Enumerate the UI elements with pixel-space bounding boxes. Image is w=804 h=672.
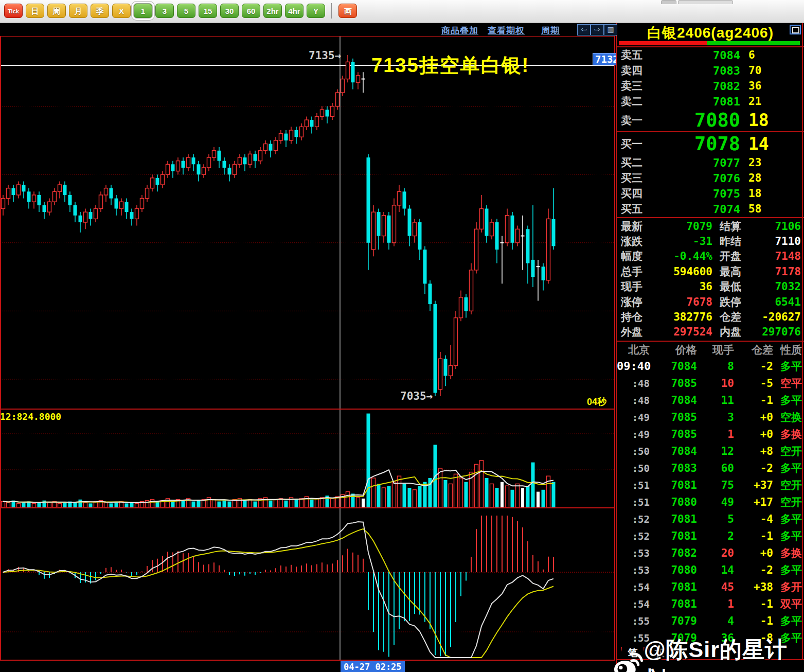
tick-oi-change: -1 [734,530,773,542]
period-button-月[interactable]: 月 [69,4,87,18]
period-button-X[interactable]: X [112,4,131,18]
stat-value: 7148 [753,250,804,262]
menu-link-3[interactable]: 周期 [541,25,560,37]
tick-row[interactable]: :4970851+0多换 [617,426,804,443]
window-tab-sliver[interactable] [678,0,733,4]
crosshair-time-tag: 04-27 02:25 [341,661,405,672]
tick-row[interactable]: :54708145+38多开 [617,578,804,595]
period-button-4hr[interactable]: 4hr [285,4,303,18]
back-arrow-icon[interactable]: ⇦ [577,24,591,36]
tick-row[interactable]: :53708220+0多换 [617,544,804,561]
period-button-15[interactable]: 15 [199,4,217,18]
tick-nature: 空换 [773,410,804,425]
tick-nature: 空开 [773,478,804,492]
period-button-1[interactable]: 1 [134,4,152,18]
stat-label: 涨跌 [617,234,655,249]
menu-link-2[interactable]: 查看期权 [488,25,525,37]
tick-price: 7081 [650,530,697,542]
period-button-3[interactable]: 3 [155,4,174,18]
ask-level-row[interactable]: 卖一708018 [617,109,804,131]
window-tab-sliver[interactable] [661,0,676,4]
period-button-Y[interactable]: Y [307,4,325,18]
tick-time: :48 [617,395,650,406]
period-button-日[interactable]: 日 [26,4,44,18]
tick-row[interactable]: :51708049+17空开 [617,493,804,510]
bid-level-row[interactable]: 买三707628 [617,170,804,186]
tick-time: :50 [617,463,650,474]
period-button-30[interactable]: 30 [220,4,239,18]
tick-row[interactable]: :51708175+37空开 [617,476,804,493]
bid-level-row[interactable]: 买二707723 [617,155,804,170]
bid-price: 7077 [658,156,740,169]
stat-value: -20627 [753,311,804,323]
buy-sell-strength-bar [619,41,800,45]
stat-label: 总手 [617,264,655,279]
period-button-画[interactable]: 画 [338,4,357,18]
tick-volume: 4 [697,615,734,627]
tick-nature: 双平 [773,597,804,611]
ask-level-row[interactable]: 卖二708121 [617,94,804,109]
tick-oi-change: -2 [734,462,773,474]
tick-row[interactable]: :4970853+0空换 [617,409,804,426]
bid-level-row[interactable]: 买五707458 [617,201,804,217]
toolbar-separator [331,3,332,19]
tick-row[interactable]: :5270812-1多平 [617,527,804,544]
bid-level-row[interactable]: 买一707814 [617,133,804,155]
period-button-季[interactable]: 季 [91,4,109,18]
forward-arrow-icon[interactable]: ⇨ [591,24,604,36]
tick-row[interactable]: :5470811-1双平 [617,595,804,612]
ask-level-row[interactable]: 卖三708236 [617,78,804,94]
restore-window-icon[interactable] [790,25,801,34]
stat-value: 297076 [753,326,804,338]
bid-level-row[interactable]: 买四707518 [617,186,804,201]
sell-strength-segment [619,41,707,45]
ask-level-label: 卖五 [617,48,658,62]
chart-canvas[interactable] [0,0,615,672]
tick-header-1: 北京 [617,343,650,357]
stat-row: 涨停7678跌停6541 [617,294,804,309]
stat-label: 昨结 [712,234,753,249]
low-price-label: 7035→ [400,390,433,402]
stat-label: 涨停 [617,295,655,309]
tick-time: :52 [617,514,650,525]
period-button-5[interactable]: 5 [177,4,195,18]
period-button-周[interactable]: 周 [47,4,66,18]
tick-price: 7083 [650,462,697,474]
period-button-60[interactable]: 60 [242,4,260,18]
tick-oi-change: +37 [734,479,773,491]
period-button-Tick[interactable]: Tick [4,4,23,18]
tick-row[interactable]: :50708412+8空开 [617,443,804,459]
tick-row[interactable]: :50708360-2多平 [617,459,804,476]
stat-label: 现手 [617,279,655,294]
stat-label: 开盘 [712,249,753,263]
tick-row[interactable]: :53708014-2多平 [617,561,804,578]
ask-level-row[interactable]: 卖四708370 [617,63,804,78]
tick-row[interactable]: :48708510-5空平 [617,375,804,392]
tick-time: :51 [617,497,650,508]
tick-row[interactable]: :5270815-4多平 [617,510,804,527]
split-window-icon[interactable]: ▥ [604,24,617,36]
ask-level-row[interactable]: 卖五70846 [617,47,804,63]
menu-link-1[interactable]: 商品叠加 [441,25,478,37]
period-button-2hr[interactable]: 2hr [263,4,282,18]
chart-area: 7135→ 7135挂空单白银! 7132 7035→ 04秒 12:824.8… [0,0,615,672]
tick-oi-change: -1 [734,394,773,406]
tick-row[interactable]: :5570794-1多平 [617,612,804,629]
separator [617,341,804,342]
tick-volume: 11 [697,394,734,406]
ask-volume: 70 [740,64,761,77]
ask-level-label: 卖三 [617,79,658,93]
stat-label: 跌停 [712,295,753,309]
tick-price: 7080 [650,496,697,508]
ask-price: 7084 [658,49,740,62]
bid-level-label: 买一 [617,137,658,151]
tick-row[interactable]: :48708411-1多平 [617,392,804,409]
tick-row[interactable]: 09:4070848-2多平 [617,358,804,375]
tick-nature: 多换 [773,427,804,441]
tick-price: 7081 [650,581,697,593]
tick-time: :53 [617,564,650,576]
tick-time: :54 [617,598,650,610]
period-toolbar: Tick日周月季X1351530602hr4hrY画 [0,0,804,23]
tick-volume: 2 [697,530,734,542]
tick-oi-change: -1 [734,598,773,610]
